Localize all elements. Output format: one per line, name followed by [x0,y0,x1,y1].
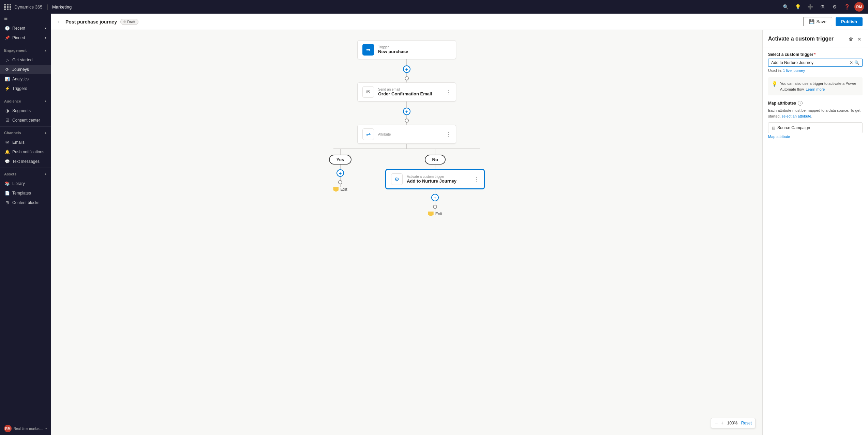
save-button[interactable]: 💾 Save [803,17,832,26]
section-audience[interactable]: Audience ▲ [0,96,51,106]
yes-connector: + [336,165,344,187]
attribute-node[interactable]: ⇌ Attribute ⋮ [357,125,456,144]
add-step-button-2[interactable]: + [403,108,410,115]
close-icon[interactable]: ✕ [856,35,863,43]
custom-node-content: Activate a custom trigger Add to Nurture… [407,175,469,184]
sidebar-item-journeys[interactable]: ⟳ Journeys [0,65,51,74]
no-add-btn[interactable]: + [431,194,439,201]
pin-icon: 📌 [5,35,10,40]
no-line-2 [435,189,435,194]
select-attr-link[interactable]: select an attribute [782,114,811,118]
zoom-controls: − + 100% Reset [711,418,755,428]
sidebar-item-text-messages[interactable]: 💬 Text messages [0,157,51,166]
plus-icon[interactable]: ➕ [805,2,815,12]
back-button[interactable]: ← [57,19,62,25]
journey-canvas[interactable]: ➡ Trigger New purchase + [51,30,762,435]
top-navigation: Dynamics 365 | Marketing 🔍 💡 ➕ ⚗ ⚙ ❓ RM [0,0,868,14]
module-name: Marketing [52,4,72,10]
nav-separator: | [46,3,48,11]
sidebar-item-segments[interactable]: ◑ Segments [0,106,51,115]
zoom-in-button[interactable]: + [720,420,723,426]
lightbulb-icon[interactable]: 💡 [793,2,803,12]
yes-add-btn[interactable]: + [336,169,344,177]
search-icon-btn[interactable]: 🔍 [854,60,859,65]
get-started-icon: ▷ [5,58,10,62]
attr-node-menu[interactable]: ⋮ [446,131,451,138]
sidebar-item-content-blocks[interactable]: ⊞ Content blocks [0,198,51,207]
brand-area: Dynamics 365 | Marketing [4,3,72,11]
attr-node-content: Attribute [378,133,442,136]
search-icon[interactable]: 🔍 [781,2,790,12]
no-oval[interactable]: No [425,155,446,165]
connector-line-2b [406,115,407,119]
right-panel: Activate a custom trigger 🗑 ✕ Select a c… [762,30,868,435]
chevron-down-icon: ▾ [45,27,46,30]
add-step-button-1[interactable]: + [403,65,410,73]
app-launcher-icon[interactable] [4,4,12,10]
trigger-search-wrap[interactable]: ✕ 🔍 [768,59,863,67]
filter-icon[interactable]: ⚗ [818,2,827,12]
map-attrs-section: Map attributes i Each attribute must be … [768,101,863,139]
workspace-chevron-icon: ▾ [45,427,47,430]
sidebar-item-emails[interactable]: ✉ Emails [0,138,51,147]
brand-name: Dynamics 365 [14,4,42,10]
map-attribute-link[interactable]: Map attribute [768,135,863,139]
recent-icon: 🕐 [5,26,10,31]
attr-node-icon: ⇌ [362,128,374,140]
email-node[interactable]: ✉ Send an email Order Confirmation Email… [357,82,456,102]
used-in-label: Used in: 1 live journey [768,68,863,73]
sidebar-item-analytics[interactable]: 📊 Analytics [0,74,51,84]
page-title: Post purchase journey [65,19,117,25]
no-branch: No ⚙ Activate a custom trigger [386,149,484,216]
email-node-menu[interactable]: ⋮ [446,89,451,95]
section-engagement[interactable]: Engagement ▲ [0,46,51,55]
sidebar-item-pinned[interactable]: 📌 Pinned ▾ [0,33,51,43]
right-panel-body: Select a custom trigger* ✕ 🔍 Used in: 1 … [763,47,868,435]
bulb-icon: 💡 [772,81,777,92]
learn-more-link[interactable]: Learn more [806,87,825,91]
no-circle [433,205,437,209]
branch-h-line [333,149,480,149]
no-connector [435,165,435,169]
avatar[interactable]: RM [854,2,864,12]
zoom-reset-button[interactable]: Reset [741,421,752,425]
sidebar-item-recent[interactable]: 🕐 Recent ▾ [0,24,51,33]
sidebar-item-library[interactable]: 📚 Library [0,179,51,188]
yes-oval[interactable]: Yes [329,155,351,165]
settings-icon[interactable]: ⚙ [830,2,839,12]
save-icon: 💾 [809,19,814,24]
sidebar-item-push-notifications[interactable]: 🔔 Push notifications [0,147,51,157]
chevron-up-icon: ▲ [44,49,47,52]
help-icon[interactable]: ❓ [842,2,852,12]
live-journey-link[interactable]: 1 live journey [783,68,805,73]
sidebar-item-templates[interactable]: 📄 Templates [0,188,51,198]
sidebar-collapse-btn[interactable]: ☰ [0,14,51,24]
zoom-percentage: 100% [727,421,738,425]
workspace-selector[interactable]: RM Real-time marketi... ▾ [0,422,51,435]
chevron-up-icon-4: ▲ [44,172,47,176]
trigger-node[interactable]: ➡ Trigger New purchase [357,40,456,59]
section-assets[interactable]: Assets ▲ [0,169,51,179]
zoom-out-button[interactable]: − [715,420,718,426]
trigger-search-input[interactable] [771,60,848,65]
sidebar-item-consent-center[interactable]: ☑ Consent center [0,115,51,125]
custom-node-icon: ⚙ [391,173,403,185]
content-blocks-icon: ⊞ [5,200,10,205]
section-channels[interactable]: Channels ▲ [0,128,51,138]
map-attrs-header: Map attributes i [768,101,863,106]
map-attrs-help-icon[interactable]: i [798,101,803,106]
clear-search-button[interactable]: ✕ [850,60,853,65]
map-attrs-desc: Each attribute must be mapped to a data … [768,108,863,119]
branch-section: Yes + [58,144,755,216]
email-node-icon: ✉ [362,86,374,98]
sidebar-item-get-started[interactable]: ▷ Get started [0,55,51,65]
publish-button[interactable]: Publish [836,17,863,26]
push-icon: 🔔 [5,150,10,154]
chevron-up-icon-2: ▲ [44,99,47,103]
sidebar-item-triggers[interactable]: ⚡ Triggers [0,84,51,93]
library-icon: 📚 [5,181,10,186]
custom-node-menu[interactable]: ⋮ [474,176,479,183]
consent-icon: ☑ [5,118,10,123]
delete-icon[interactable]: 🗑 [848,35,854,43]
custom-trigger-node[interactable]: ⚙ Activate a custom trigger Add to Nurtu… [386,169,484,189]
